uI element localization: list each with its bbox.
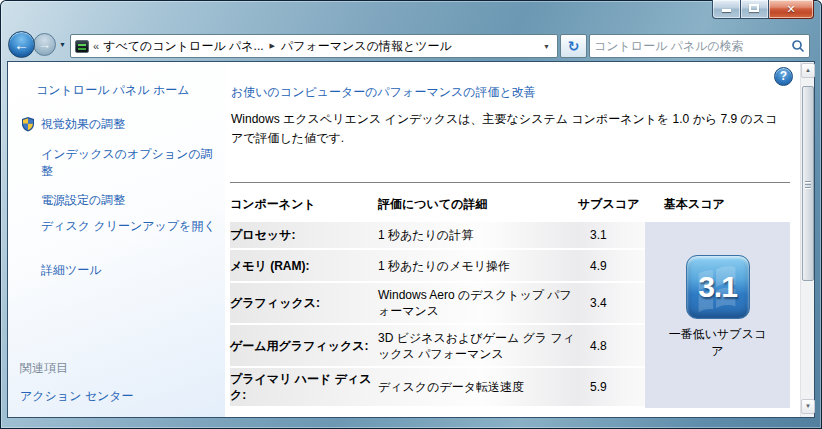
base-score-value: 3.1 (698, 270, 737, 304)
cell-subscore: 4.9 (578, 259, 645, 273)
header-detail: 評価についての詳細 (372, 196, 578, 213)
breadcrumb-root[interactable]: すべてのコントロール パネ... (103, 38, 263, 55)
recent-pages-dropdown[interactable]: ▼ (59, 41, 66, 48)
vertical-scrollbar[interactable]: ▲ ▼ (800, 62, 814, 417)
uac-shield-icon (20, 116, 36, 132)
sidebar-item-open-disk-cleanup[interactable]: ディスク クリーンアップを開く (41, 218, 219, 235)
search-box (589, 34, 810, 58)
page-title: お使いのコンピューターのパフォーマンスの評価と改善 (231, 84, 536, 101)
window-performance-tools: ✕ ← → ▼ « すべてのコントロール パネ... ▶ パフォーマンスの情報と… (0, 0, 822, 429)
main-content: ? お使いのコンピューターのパフォーマンスの評価と改善 Windows エクスペ… (225, 62, 800, 417)
scrollbar-thumb[interactable] (802, 86, 814, 281)
sidebar-item-action-center[interactable]: アクション センター (20, 388, 198, 405)
base-score-badge: 3.1 (686, 255, 750, 319)
cell-subscore: 5.9 (578, 380, 645, 394)
header-base-score: 基本スコア (645, 196, 790, 213)
sidebar-item-control-panel-home[interactable]: コントロール パネル ホーム (36, 82, 214, 99)
search-icon[interactable] (791, 39, 805, 53)
cell-component: メモリ (RAM): (230, 258, 372, 274)
base-score-panel: 3.1 一番低いサブスコア (645, 222, 790, 408)
address-bar[interactable]: « すべてのコントロール パネ... ▶ パフォーマンスの情報とツール ▼ (70, 34, 558, 58)
refresh-button[interactable]: ↻ (560, 34, 587, 58)
cell-subscore: 3.1 (578, 228, 645, 242)
scroll-down-icon: ▼ (805, 403, 811, 409)
sidebar-item-adjust-indexing-options[interactable]: インデックスのオプションの調整 (41, 146, 219, 180)
sidebar: コントロール パネル ホーム 視覚効果の調整 インデックスのオプションの調整 電… (8, 62, 225, 417)
maximize-button[interactable] (741, 0, 769, 19)
client-area: コントロール パネル ホーム 視覚効果の調整 インデックスのオプションの調整 電… (8, 62, 814, 417)
cell-component: ゲーム用グラフィックス: (230, 338, 372, 354)
sidebar-item-adjust-visual-effects[interactable]: 視覚効果の調整 (41, 116, 219, 133)
close-icon: ✕ (769, 0, 813, 18)
breadcrumb-overflow-chevron[interactable]: « (93, 40, 99, 52)
table-body: プロセッサ: 1 秒あたりの計算 3.1 メモリ (RAM): 1 秒あたりのメ… (230, 222, 790, 408)
help-button[interactable]: ? (774, 67, 793, 86)
scroll-up-button[interactable]: ▲ (801, 63, 815, 78)
header-subscore: サブスコア (578, 196, 645, 213)
cell-component: グラフィックス: (230, 295, 372, 311)
minimize-icon (722, 9, 731, 12)
back-arrow-icon: ← (14, 36, 29, 53)
breadcrumb-current[interactable]: パフォーマンスの情報とツール (281, 38, 452, 55)
cell-subscore: 3.4 (578, 296, 645, 310)
table-header-row: コンポーネント 評価についての詳細 サブスコア 基本スコア (230, 182, 790, 222)
sidebar-see-also-header: 関連項目 (20, 360, 68, 377)
sidebar-item-adjust-power-settings[interactable]: 電源設定の調整 (41, 192, 219, 209)
help-icon: ? (780, 69, 787, 83)
close-button[interactable]: ✕ (769, 0, 814, 19)
header-component: コンポーネント (230, 196, 372, 213)
cell-subscore: 4.8 (578, 339, 645, 353)
cell-detail: 1 秒あたりの計算 (372, 227, 578, 243)
address-dropdown-icon[interactable]: ▼ (540, 43, 553, 50)
window-bottom-frame (0, 417, 822, 429)
refresh-icon: ↻ (568, 38, 580, 54)
sidebar-item-advanced-tools[interactable]: 詳細ツール (41, 262, 219, 279)
cell-detail: 3D ビジネスおよびゲーム グラ フィックス パフォーマンス (372, 330, 578, 362)
forward-button[interactable]: → (33, 33, 56, 56)
intro-text: Windows エクスペリエンス インデックスは、主要なシステム コンポーネント… (231, 110, 783, 148)
scroll-up-icon: ▲ (805, 67, 811, 73)
cell-component: プロセッサ: (230, 227, 372, 243)
breadcrumb-separator-icon: ▶ (268, 42, 277, 50)
window-controls: ✕ (712, 0, 814, 19)
cell-component: プライマリ ハード ディスク: (230, 371, 372, 403)
cell-detail: Windows Aero のデスクトップ パフォーマンス (372, 287, 578, 319)
wei-score-table: コンポーネント 評価についての詳細 サブスコア 基本スコア プロセッサ: 1 秒… (230, 182, 790, 408)
back-button[interactable]: ← (8, 31, 35, 58)
cell-detail: 1 秒あたりのメモリ操作 (372, 258, 578, 274)
minimize-button[interactable] (712, 0, 741, 19)
scroll-down-button[interactable]: ▼ (801, 399, 815, 414)
scrollbar-grip-icon (805, 184, 811, 185)
search-input[interactable] (594, 39, 791, 53)
base-score-caption: 一番低いサブスコア (666, 326, 770, 360)
forward-arrow-icon: → (38, 37, 51, 52)
performance-monitor-icon (75, 40, 89, 53)
cell-detail: ディスクのデータ転送速度 (372, 379, 578, 395)
maximize-icon (749, 4, 759, 12)
